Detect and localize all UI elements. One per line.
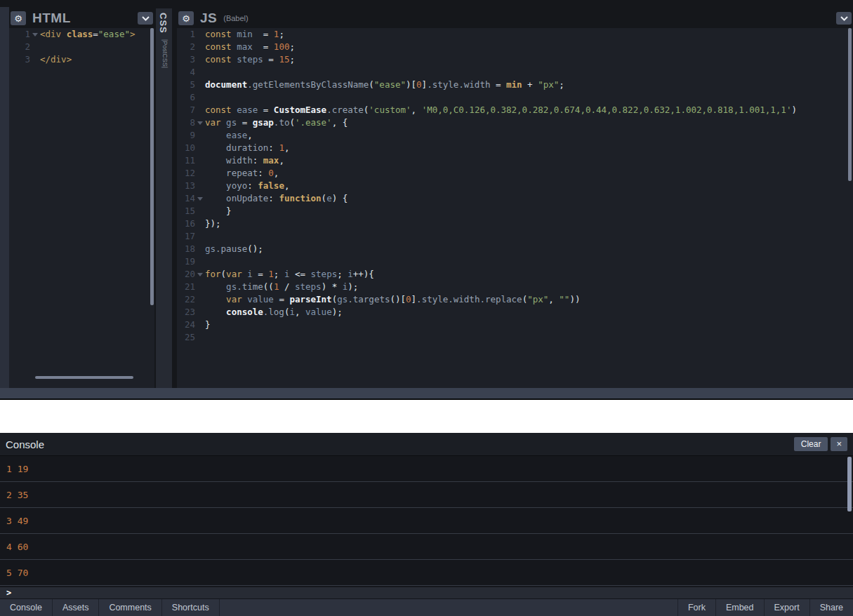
footer-tab-export[interactable]: Export [764, 599, 809, 616]
console-log-entry: 1 19 [0, 456, 853, 482]
footer-tab-embed[interactable]: Embed [715, 599, 764, 616]
js-settings-gear-button[interactable]: ⚙ [178, 11, 194, 25]
code-line[interactable]: 21 gs.time((1 / steps) * i); [177, 281, 853, 293]
line-number: 7 [177, 104, 195, 116]
code-text [204, 230, 205, 243]
js-collapse-button[interactable] [836, 12, 852, 25]
line-number: 15 [177, 205, 195, 217]
code-line[interactable]: 11 width: max, [177, 154, 853, 167]
html-collapse-button[interactable] [138, 12, 153, 25]
code-line[interactable]: 9 ease, [177, 129, 853, 142]
code-text: var gs = gsap.to('.ease', { [204, 116, 348, 129]
js-editor-vertical-scrollbar[interactable] [848, 28, 852, 181]
fold-gutter [195, 91, 204, 104]
code-line[interactable]: 4 [177, 66, 853, 79]
code-line[interactable]: 6 [177, 91, 853, 104]
html-panel: ⚙ HTML 1<div class="ease">23</div> [9, 8, 154, 388]
code-line[interactable]: 12 repeat: 0, [177, 167, 853, 180]
line-number: 10 [177, 142, 195, 154]
code-line[interactable]: 19 [177, 255, 853, 268]
fold-gutter [195, 53, 204, 66]
console-command-input[interactable]: > [0, 587, 853, 598]
result-preview-pane[interactable] [0, 400, 853, 433]
code-line[interactable]: 24} [177, 319, 853, 331]
fold-gutter [195, 41, 204, 53]
code-text: <div class="ease"> [39, 28, 135, 41]
code-line[interactable]: 13 yoyo: false, [177, 180, 853, 192]
code-text: const max = 100; [204, 41, 295, 53]
html-editor-vertical-scrollbar[interactable] [150, 28, 154, 305]
fold-gutter [195, 129, 204, 142]
html-code-editor[interactable]: 1<div class="ease">23</div> [9, 28, 154, 388]
codepen-editor-page: ⚙ HTML 1<div class="ease">23</div> CSS |… [0, 0, 853, 616]
code-line[interactable]: 8var gs = gsap.to('.ease', { [177, 116, 853, 129]
html-editor-horizontal-scrollbar[interactable] [35, 376, 133, 379]
footer-tab-fork[interactable]: Fork [677, 599, 715, 616]
footer-tab-shortcuts[interactable]: Shortcuts [162, 599, 220, 616]
html-settings-gear-button[interactable]: ⚙ [11, 11, 26, 25]
code-line[interactable]: 15 } [177, 205, 853, 217]
code-line[interactable]: 20for(var i = 1; i <= steps; i++){ [177, 268, 853, 281]
code-text [204, 255, 205, 268]
code-line[interactable]: 7const ease = CustomEase.create('custom'… [177, 104, 853, 116]
footer-tab-comments[interactable]: Comments [99, 599, 161, 616]
code-line[interactable]: 18gs.pause(); [177, 243, 853, 255]
console-clear-button[interactable]: Clear [794, 437, 828, 451]
code-line[interactable]: 10 duration: 1, [177, 142, 853, 154]
code-line[interactable]: 14 onUpdate: function(e) { [177, 192, 853, 205]
code-line[interactable]: 3const steps = 15; [177, 53, 853, 66]
js-code-editor[interactable]: 1const min = 1;2const max = 100;3const s… [177, 28, 853, 388]
code-text: repeat: 0, [204, 167, 279, 180]
console-close-button[interactable]: × [831, 437, 847, 451]
css-panel-vertical-label: CSS |PostCSS| [156, 8, 168, 68]
code-line[interactable]: 22 var value = parseInt(gs.targets()[0].… [177, 293, 853, 306]
line-number: 2 [9, 41, 30, 53]
chevron-down-icon [142, 16, 150, 21]
code-line[interactable]: 2const max = 100; [177, 41, 853, 53]
fold-gutter [195, 319, 204, 331]
code-line[interactable]: 23 console.log(i, value); [177, 306, 853, 319]
console-scrollbar[interactable] [847, 457, 852, 511]
code-text: document.getElementsByClassName("ease")[… [204, 79, 564, 91]
code-text: }); [204, 217, 221, 230]
code-text: width: max, [204, 154, 284, 167]
code-line[interactable]: 5document.getElementsByClassName("ease")… [177, 79, 853, 91]
code-text: const steps = 15; [204, 53, 295, 66]
line-number: 1 [9, 28, 30, 41]
fold-gutter [30, 53, 39, 66]
editors-region: ⚙ HTML 1<div class="ease">23</div> CSS |… [0, 0, 853, 400]
code-line[interactable]: 2 [9, 41, 154, 53]
fold-gutter [195, 104, 204, 116]
code-line[interactable]: 3</div> [9, 53, 154, 66]
footer-spacer [220, 599, 677, 616]
footer-tab-console[interactable]: Console [0, 599, 53, 616]
editors-resize-gutter[interactable] [0, 388, 853, 399]
code-line[interactable]: 17 [177, 230, 853, 243]
line-number: 5 [177, 79, 195, 91]
footer-tab-assets[interactable]: Assets [53, 599, 100, 616]
code-line[interactable]: 16}); [177, 217, 853, 230]
line-number: 6 [177, 91, 195, 104]
css-panel-collapsed[interactable]: CSS |PostCSS| [156, 8, 172, 388]
footer-tab-share[interactable]: Share [809, 599, 853, 616]
fold-marker-icon[interactable] [195, 192, 204, 205]
code-text: gs.time((1 / steps) * i); [204, 281, 358, 293]
js-panel: ⚙ JS (Babel) 1const min = 1;2const max =… [177, 8, 853, 388]
console-log-list: 1 192 353 494 605 70 [0, 456, 853, 587]
fold-gutter [195, 217, 204, 230]
line-number: 9 [177, 129, 195, 142]
code-text: const min = 1; [204, 28, 284, 41]
line-number: 18 [177, 243, 195, 255]
fold-marker-icon[interactable] [195, 116, 204, 129]
fold-gutter [195, 306, 204, 319]
gear-icon: ⚙ [14, 14, 22, 23]
fold-gutter [195, 331, 204, 344]
console-log-entry: 4 60 [0, 534, 853, 560]
code-line[interactable]: 25 [177, 331, 853, 344]
console-actions: Clear × [794, 437, 847, 451]
fold-marker-icon[interactable] [30, 28, 39, 41]
code-line[interactable]: 1<div class="ease"> [9, 28, 154, 41]
fold-marker-icon[interactable] [195, 268, 204, 281]
code-line[interactable]: 1const min = 1; [177, 28, 853, 41]
line-number: 3 [9, 53, 30, 66]
